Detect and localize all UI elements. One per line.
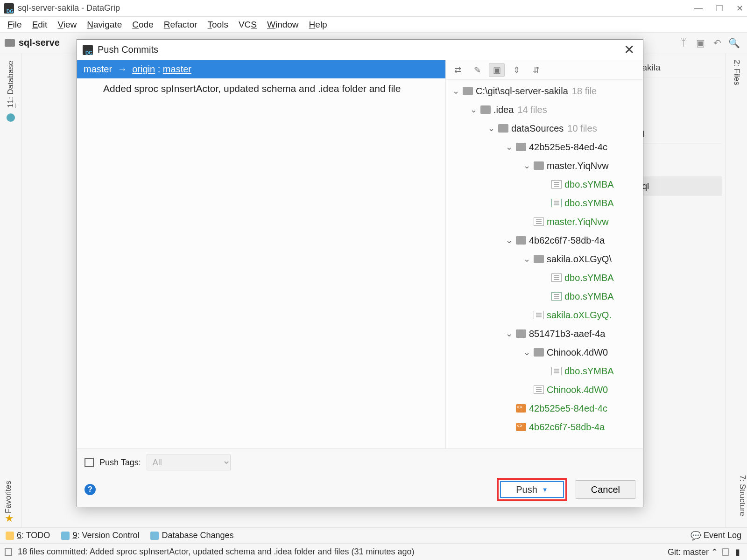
tree-node[interactable]: ⌄dbo.sYMBA xyxy=(446,194,643,212)
memory-icon[interactable]: ▮ xyxy=(733,547,742,557)
tree-node[interactable]: ⌄dataSources10 files xyxy=(446,119,643,138)
search-icon[interactable]: 🔍 xyxy=(727,36,740,49)
window-maximize[interactable]: ☐ xyxy=(716,3,723,14)
tree-node[interactable]: ⌄dbo.sYMBA xyxy=(446,287,643,306)
editor-tab[interactable]: sql xyxy=(633,176,722,196)
commit-message[interactable]: Added sproc spInsertActor, updated schem… xyxy=(77,78,445,99)
tool-database-changes[interactable]: Database Changes xyxy=(150,531,233,540)
file-icon xyxy=(551,367,562,375)
tree-node[interactable]: ⌄4b62c6f7-58db-4a xyxy=(446,418,643,436)
menu-edit[interactable]: Edit xyxy=(28,18,52,32)
help-icon[interactable]: ? xyxy=(85,484,96,495)
tree-node[interactable]: ⌄sakila.oXLGyQ. xyxy=(446,306,643,324)
chevron-down-icon[interactable]: ⌄ xyxy=(505,235,513,245)
tree-node[interactable]: ⌄42b525e5-84ed-4c xyxy=(446,399,643,418)
chevron-down-icon[interactable]: ⌄ xyxy=(522,161,531,171)
tree-label: C:\git\sql-server-sakila xyxy=(476,86,568,97)
menu-file[interactable]: File xyxy=(3,18,27,32)
tool-database[interactable]: 11: Database xyxy=(6,61,15,108)
editor-tab[interactable]: sakila xyxy=(633,58,722,77)
folder-icon xyxy=(5,39,15,47)
menu-navigate[interactable]: Navigate xyxy=(82,18,127,32)
tree-node[interactable]: ⌄dbo.sYMBA xyxy=(446,268,643,287)
remote-name[interactable]: origin xyxy=(132,64,155,74)
changed-files-tree[interactable]: ⌄C:\git\sql-server-sakila18 file⌄.idea14… xyxy=(446,80,643,448)
push-tags-select[interactable]: All xyxy=(147,455,231,470)
collapse-all-icon[interactable]: ⇵ xyxy=(528,63,544,77)
push-button[interactable]: Push ▼ xyxy=(500,481,564,498)
tree-label: dataSources xyxy=(511,123,564,134)
window-minimize[interactable]: — xyxy=(694,3,703,14)
menu-help[interactable]: Help xyxy=(304,18,332,32)
tree-node[interactable]: ⌄C:\git\sql-server-sakila18 file xyxy=(446,82,643,100)
tool-todo[interactable]: 6: TODO xyxy=(6,531,50,540)
chevron-down-icon[interactable]: ⌄ xyxy=(505,329,513,339)
local-branch: master xyxy=(84,64,112,74)
editor-tab[interactable]: ql xyxy=(633,124,722,144)
folder-icon xyxy=(516,236,526,245)
branch-spec[interactable]: master → origin : master xyxy=(77,60,445,78)
menu-tools[interactable]: Tools xyxy=(203,18,233,32)
open-icon[interactable]: ▣ xyxy=(694,36,707,49)
chevron-down-icon[interactable]: ⌄ xyxy=(451,86,460,96)
tool-version-control[interactable]: 9: Version Control xyxy=(61,531,139,540)
tree-node[interactable]: ⌄Chinook.4dW0 xyxy=(446,380,643,399)
file-count: 18 file xyxy=(572,86,597,97)
chevron-down-icon[interactable]: ⌄ xyxy=(505,142,513,152)
tree-node[interactable]: ⌄851471b3-aaef-4a xyxy=(446,324,643,343)
tree-node[interactable]: ⌄dbo.sYMBA xyxy=(446,175,643,194)
status-bar: 18 files committed: Added sproc spInsert… xyxy=(0,543,747,560)
group-by-dir-icon[interactable]: ▣ xyxy=(489,63,505,77)
tree-label: Chinook.4dW0 xyxy=(547,347,608,358)
tree-node[interactable]: ⌄.idea14 files xyxy=(446,100,643,119)
tree-node[interactable]: ⌄master.YiqNvw xyxy=(446,156,643,175)
tree-label: .idea xyxy=(493,105,514,115)
chevron-down-icon[interactable]: ⌄ xyxy=(487,123,495,133)
menu-vcs[interactable]: VCS xyxy=(234,18,261,32)
file-icon xyxy=(534,217,544,226)
menubar: FileEditViewNavigateCodeRefactorToolsVCS… xyxy=(0,17,747,33)
tool-favorites[interactable]: Favorites xyxy=(4,481,13,513)
menu-refactor[interactable]: Refactor xyxy=(159,18,202,32)
folder-icon xyxy=(534,161,544,170)
show-diff-icon[interactable]: ⇄ xyxy=(450,63,465,77)
edit-icon[interactable]: ✎ xyxy=(469,63,485,77)
folder-icon xyxy=(534,255,544,263)
cancel-button[interactable]: Cancel xyxy=(576,480,635,499)
tree-label: dbo.sYMBA xyxy=(564,198,614,209)
xml-icon xyxy=(516,404,526,413)
expand-all-icon[interactable]: ⇕ xyxy=(508,63,524,77)
tree-node[interactable]: ⌄dbo.sYMBA xyxy=(446,362,643,380)
tool-structure[interactable]: 7: Structure xyxy=(726,475,747,516)
breadcrumb[interactable]: sql-serve xyxy=(19,37,60,48)
tool-event-log[interactable]: 💬Event Log xyxy=(691,531,741,541)
menu-code[interactable]: Code xyxy=(127,18,158,32)
vcs-branch-icon[interactable]: ᛘ xyxy=(677,36,690,49)
right-tool-rail: 2: Files 7: Structure xyxy=(726,53,747,527)
left-tool-rail: 11: Database xyxy=(0,53,21,527)
tree-node[interactable]: ⌄sakila.oXLGyQ\ xyxy=(446,250,643,268)
tool-files[interactable]: 2: Files xyxy=(732,60,741,85)
chevron-down-icon[interactable]: ⌄ xyxy=(522,347,531,357)
git-branch-status[interactable]: Git: master ⌃ xyxy=(668,547,718,557)
dialog-close-button[interactable]: ✕ xyxy=(621,42,637,57)
undo-icon[interactable]: ↶ xyxy=(711,36,724,49)
status-tool-icon[interactable] xyxy=(5,548,12,556)
tree-node[interactable]: ⌄42b525e5-84ed-4c xyxy=(446,138,643,156)
tree-node[interactable]: ⌄master.YiqNvw xyxy=(446,212,643,231)
tree-node[interactable]: ⌄4b62c6f7-58db-4a xyxy=(446,231,643,250)
chevron-down-icon[interactable]: ⌄ xyxy=(469,105,478,115)
star-icon: ★ xyxy=(5,512,14,525)
chevron-down-icon[interactable]: ▼ xyxy=(542,486,548,493)
lock-icon[interactable] xyxy=(722,548,729,556)
push-button-label: Push xyxy=(516,484,537,495)
folder-icon xyxy=(480,105,491,114)
remote-branch[interactable]: master xyxy=(163,64,191,74)
files-toolbar: ⇄ ✎ ▣ ⇕ ⇵ xyxy=(446,60,643,80)
window-close[interactable]: ✕ xyxy=(736,3,743,14)
menu-window[interactable]: Window xyxy=(262,18,303,32)
tree-node[interactable]: ⌄Chinook.4dW0 xyxy=(446,343,643,362)
chevron-down-icon[interactable]: ⌄ xyxy=(522,254,531,264)
push-tags-checkbox[interactable] xyxy=(85,458,94,467)
menu-view[interactable]: View xyxy=(53,18,81,32)
